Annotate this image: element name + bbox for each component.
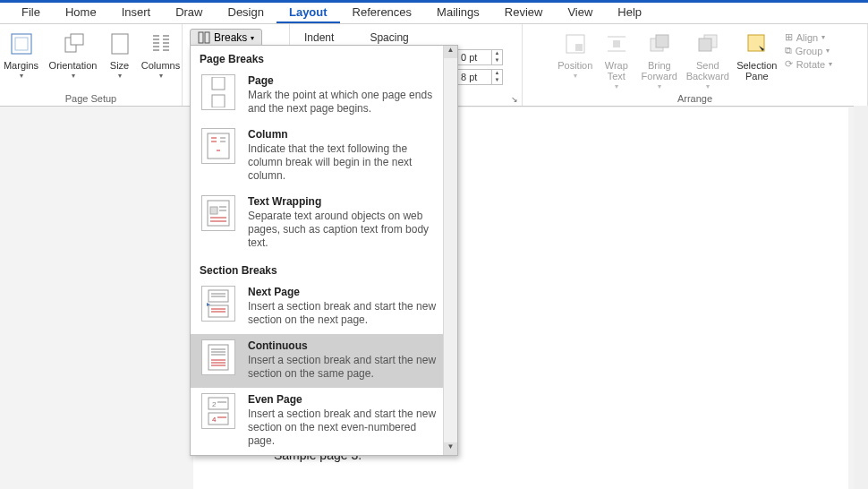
svg-rect-4 (112, 34, 128, 54)
scroll-down-icon[interactable]: ▼ (444, 442, 457, 455)
spacing-after-input[interactable]: 8 pt ▲▼ (456, 69, 503, 85)
dropdown-item-title: Page (248, 74, 439, 87)
wrap-text-button: Wrap Text ▾ (597, 30, 636, 92)
spinner-up-icon[interactable]: ▲ (492, 50, 502, 57)
dropdown-item-title: Continuous (248, 339, 439, 352)
dropdown-item-title: Next Page (248, 286, 439, 298)
rotate-button: ⟳Rotate ▾ (785, 58, 832, 70)
dropdown-header-page-breaks: Page Breaks (191, 46, 457, 69)
svg-rect-29 (208, 133, 229, 159)
scroll-up-icon[interactable]: ▲ (444, 46, 457, 58)
caret-icon: ▾ (706, 82, 710, 90)
spinner-down-icon[interactable]: ▼ (492, 77, 502, 84)
ribbon-tabs: FileHomeInsertDrawDesignLayoutReferences… (0, 3, 868, 24)
svg-rect-25 (199, 32, 203, 43)
dropdown-item-next-page[interactable]: Next PageInsert a section break and star… (191, 280, 457, 334)
selection-pane-button[interactable]: Selection Pane (733, 30, 781, 92)
dropdown-item-column[interactable]: ColumnIndicate that the text following t… (191, 123, 457, 190)
vertical-scrollbar[interactable] (854, 106, 868, 489)
even-page-icon: 24 (201, 393, 235, 429)
dropdown-item-even-page[interactable]: 24 Even PageInsert a section break and s… (191, 388, 457, 455)
breaks-dropdown: ▲ ▼ Page Breaks PageMark the point at wh… (190, 45, 458, 456)
send-backward-button: Send Backward ▾ (683, 30, 733, 92)
spacing-before-value: 0 pt (461, 52, 477, 63)
tab-view[interactable]: View (555, 3, 605, 23)
group-label-page-setup: Page Setup (0, 93, 182, 104)
caret-icon: ▾ (574, 72, 577, 80)
bring-forward-button: Bring Forward ▾ (636, 30, 683, 92)
continuous-icon (201, 339, 235, 375)
breaks-button[interactable]: Breaks ▾ (190, 29, 262, 47)
wrap-text-label: Wrap Text (599, 60, 634, 82)
bring-forward-icon (647, 31, 672, 56)
group-label-arrange: Arrange (523, 93, 867, 104)
dropdown-item-page[interactable]: PageMark the point at which one page end… (191, 69, 457, 123)
tab-review[interactable]: Review (492, 3, 556, 23)
tab-mailings[interactable]: Mailings (424, 3, 492, 23)
svg-rect-0 (12, 34, 31, 54)
dialog-launcher-icon[interactable]: ↘ (511, 95, 518, 104)
next-page-icon (201, 286, 235, 322)
spacing-before-input[interactable]: 0 pt ▲▼ (456, 49, 503, 65)
tab-insert[interactable]: Insert (109, 3, 164, 23)
tab-home[interactable]: Home (53, 3, 109, 23)
svg-rect-26 (205, 32, 209, 43)
svg-rect-46 (208, 345, 228, 370)
svg-text:2: 2 (212, 400, 217, 408)
dropdown-item-desc: Insert a section break and start the new… (248, 354, 439, 381)
size-label: Size (110, 60, 129, 71)
orientation-button[interactable]: Orientation ▾ (47, 30, 100, 82)
spinner-down-icon[interactable]: ▼ (492, 57, 502, 64)
dropdown-header-section-breaks: Section Breaks (191, 257, 457, 280)
svg-rect-16 (575, 44, 583, 51)
dropdown-item-desc: Insert a section break and start the new… (248, 408, 439, 448)
wrap-text-icon (604, 31, 629, 56)
svg-rect-3 (71, 34, 83, 45)
margins-icon (9, 31, 34, 56)
svg-rect-28 (212, 95, 225, 107)
indent-label: Indent (304, 31, 334, 44)
size-icon (107, 31, 132, 56)
margins-button[interactable]: Margins ▾ (0, 30, 43, 82)
selection-pane-icon (745, 31, 770, 56)
chevron-down-icon: ▾ (251, 34, 254, 42)
dropdown-item-continuous[interactable]: ContinuousInsert a section break and sta… (191, 334, 457, 388)
caret-icon: ▾ (72, 72, 75, 80)
dropdown-item-text-wrapping[interactable]: Text WrappingSeparate text around object… (191, 190, 457, 257)
dropdown-scrollbar[interactable]: ▲ ▼ (443, 46, 457, 455)
tab-help[interactable]: Help (605, 3, 654, 23)
margins-label: Margins (4, 60, 38, 71)
align-button: ⊞Align ▾ (785, 31, 832, 43)
spinner-up-icon[interactable]: ▲ (492, 70, 502, 77)
dropdown-item-title: Even Page (248, 393, 439, 406)
group-arrange: Position ▾ Wrap Text ▾ Bring Forward ▾ S… (523, 24, 868, 106)
bring-forward-label: Bring Forward (638, 60, 681, 82)
column-break-icon (201, 128, 235, 164)
page-break-icon (201, 74, 235, 110)
spacing-after-value: 8 pt (461, 72, 477, 82)
dropdown-item-desc: Separate text around objects on web page… (248, 210, 439, 250)
svg-rect-21 (656, 35, 668, 47)
tab-layout[interactable]: Layout (277, 3, 340, 23)
caret-icon: ▾ (20, 72, 23, 80)
position-icon (563, 31, 588, 56)
group-icon: ⧉ (785, 45, 792, 56)
text-wrapping-icon (201, 195, 235, 231)
caret-icon: ▾ (118, 72, 122, 80)
svg-rect-35 (210, 207, 217, 214)
tab-file[interactable]: File (9, 3, 53, 23)
svg-rect-27 (212, 77, 225, 90)
size-button[interactable]: Size ▾ (104, 30, 136, 82)
svg-rect-17 (613, 40, 620, 47)
orientation-icon (61, 31, 86, 56)
tab-draw[interactable]: Draw (163, 3, 215, 23)
group-button: ⧉Group ▾ (785, 45, 832, 56)
tab-design[interactable]: Design (216, 3, 277, 23)
dropdown-item-desc: Insert a section break and start the new… (248, 300, 439, 327)
tab-references[interactable]: References (340, 3, 424, 23)
breaks-label: Breaks (214, 31, 247, 44)
position-label: Position (557, 60, 592, 71)
columns-button[interactable]: Columns ▾ (140, 30, 183, 82)
caret-icon: ▾ (658, 82, 661, 90)
spacing-label: Spacing (370, 31, 408, 44)
